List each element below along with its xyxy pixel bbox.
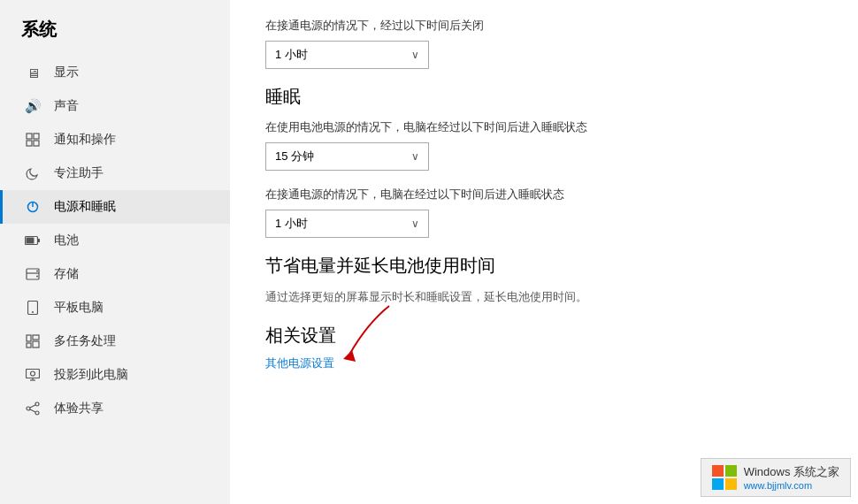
sidebar-item-tablet[interactable]: 平板电脑 <box>0 291 230 325</box>
win-logo-q1 <box>712 465 724 477</box>
sidebar: 系统 🖥 显示 🔊 声音 通知和操作 专注助手 <box>0 0 230 504</box>
moon-icon <box>24 164 42 182</box>
win-logo-q4 <box>725 478 737 490</box>
sidebar-item-label: 电源和睡眠 <box>54 199 116 215</box>
power-icon <box>24 198 42 216</box>
screen-plug-label: 在接通电源的情况下，经过以下时间后关闭 <box>265 18 823 34</box>
sleep-battery-dropdown[interactable]: 15 分钟 ∨ <box>265 142 429 171</box>
screen-plug-section: 在接通电源的情况下，经过以下时间后关闭 1 小时 ∨ <box>265 18 823 69</box>
svg-rect-1 <box>34 134 39 139</box>
sidebar-item-label: 多任务处理 <box>54 333 116 349</box>
sidebar-item-notifications[interactable]: 通知和操作 <box>0 123 230 157</box>
save-power-title: 节省电量并延长电池使用时间 <box>265 254 823 278</box>
sidebar-item-storage[interactable]: 存储 <box>0 257 230 291</box>
battery-icon <box>24 232 42 249</box>
arrow-container: 其他电源设置 <box>265 355 334 371</box>
svg-rect-18 <box>33 341 39 347</box>
svg-point-23 <box>35 402 39 406</box>
sidebar-item-multitask[interactable]: 多任务处理 <box>0 325 230 358</box>
svg-point-24 <box>27 407 30 410</box>
svg-marker-28 <box>343 350 356 362</box>
sidebar-item-label: 存储 <box>54 266 79 282</box>
windows-logo <box>712 465 737 490</box>
save-power-section: 节省电量并延长电池使用时间 通过选择更短的屏幕显示时长和睡眠设置，延长电池使用时… <box>265 254 823 306</box>
related-settings-title: 相关设置 <box>265 324 823 347</box>
save-power-description: 通过选择更短的屏幕显示时长和睡眠设置，延长电池使用时间。 <box>265 288 823 306</box>
sidebar-item-power[interactable]: 电源和睡眠 <box>0 190 230 224</box>
notification-icon <box>24 131 42 149</box>
related-settings-section: 相关设置 其他电源设置 <box>265 324 823 371</box>
sleep-plug-dropdown[interactable]: 1 小时 ∨ <box>265 210 429 238</box>
projecting-icon <box>24 366 42 384</box>
win-logo-q3 <box>712 478 724 490</box>
sidebar-item-sound[interactable]: 🔊 声音 <box>0 89 230 123</box>
watermark: Windows 系统之家 www.bjjmlv.com <box>701 458 851 497</box>
sidebar-item-label: 体验共享 <box>54 401 103 416</box>
sidebar-item-sharing[interactable]: 体验共享 <box>0 392 230 425</box>
svg-line-27 <box>30 409 35 412</box>
svg-rect-2 <box>27 141 32 146</box>
storage-icon <box>24 265 42 283</box>
svg-line-26 <box>30 405 35 408</box>
sidebar-item-label: 平板电脑 <box>54 300 103 316</box>
sidebar-item-projecting[interactable]: 投影到此电脑 <box>0 358 230 392</box>
sharing-icon <box>24 400 42 417</box>
sidebar-item-label: 显示 <box>54 65 79 80</box>
svg-point-12 <box>36 276 38 278</box>
svg-rect-8 <box>27 238 34 244</box>
watermark-line1: Windows 系统之家 <box>744 464 839 480</box>
chevron-down-icon: ∨ <box>411 150 419 163</box>
svg-point-14 <box>32 311 34 313</box>
sidebar-title: 系统 <box>0 9 230 56</box>
sound-icon: 🔊 <box>24 97 42 115</box>
sidebar-item-battery[interactable]: 电池 <box>0 224 230 257</box>
svg-point-11 <box>36 271 38 272</box>
sidebar-item-label: 电池 <box>54 233 79 248</box>
chevron-down-icon: ∨ <box>411 218 419 230</box>
svg-rect-3 <box>34 141 39 146</box>
svg-rect-15 <box>27 335 31 341</box>
chevron-down-icon: ∨ <box>411 49 419 61</box>
sleep-section: 睡眠 在使用电池电源的情况下，电脑在经过以下时间后进入睡眠状态 15 分钟 ∨ … <box>265 85 823 238</box>
svg-point-25 <box>35 411 39 415</box>
sleep-battery-value: 15 分钟 <box>275 149 314 164</box>
sidebar-item-label: 声音 <box>54 98 79 114</box>
sidebar-item-focus[interactable]: 专注助手 <box>0 157 230 190</box>
screen-plug-dropdown[interactable]: 1 小时 ∨ <box>265 41 429 69</box>
display-icon: 🖥 <box>24 64 42 81</box>
sleep-plug-label: 在接通电源的情况下，电脑在经过以下时间后进入睡眠状态 <box>265 187 823 202</box>
sidebar-item-label: 投影到此电脑 <box>54 367 128 383</box>
svg-rect-0 <box>27 134 32 139</box>
svg-point-22 <box>31 371 35 376</box>
sleep-battery-label: 在使用电池电源的情况下，电脑在经过以下时间后进入睡眠状态 <box>265 119 823 135</box>
svg-rect-19 <box>27 370 40 378</box>
svg-rect-17 <box>33 335 39 340</box>
svg-rect-16 <box>27 343 31 347</box>
svg-rect-7 <box>38 239 41 242</box>
sidebar-item-label: 专注助手 <box>54 165 103 181</box>
sidebar-item-display[interactable]: 🖥 显示 <box>0 56 230 89</box>
sleep-plug-value: 1 小时 <box>275 216 308 232</box>
sidebar-item-label: 通知和操作 <box>54 132 116 148</box>
watermark-line2: www.bjjmlv.com <box>744 480 839 491</box>
sleep-title: 睡眠 <box>265 85 823 109</box>
main-content: 在接通电源的情况下，经过以下时间后关闭 1 小时 ∨ 睡眠 在使用电池电源的情况… <box>230 0 858 504</box>
multitask-icon <box>24 332 42 350</box>
other-power-settings-link[interactable]: 其他电源设置 <box>265 355 334 371</box>
screen-plug-value: 1 小时 <box>275 47 308 63</box>
win-logo-q2 <box>725 465 737 477</box>
tablet-icon <box>24 299 42 317</box>
watermark-text: Windows 系统之家 www.bjjmlv.com <box>744 464 839 491</box>
